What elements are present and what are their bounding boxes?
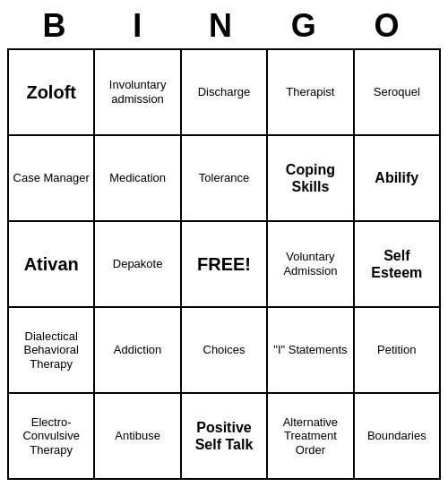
bingo-cell-16: Addiction xyxy=(95,308,181,394)
cell-text-17: Choices xyxy=(203,343,246,357)
bingo-cell-1: Involuntary admission xyxy=(95,50,181,136)
bingo-cell-15: Dialectical Behavioral Therapy xyxy=(9,308,95,394)
letter-n: N xyxy=(183,7,266,45)
cell-text-24: Boundaries xyxy=(367,429,426,443)
cell-text-15: Dialectical Behavioral Therapy xyxy=(12,329,90,372)
cell-text-14: Self Esteem xyxy=(358,247,436,281)
cell-text-8: Coping Skills xyxy=(271,161,349,195)
bingo-cell-21: Antibuse xyxy=(95,394,181,480)
cell-text-21: Antibuse xyxy=(115,429,160,443)
bingo-cell-20: Electro-Convulsive Therapy xyxy=(9,394,95,480)
cell-text-13: Voluntary Admission xyxy=(271,250,349,278)
cell-text-2: Discharge xyxy=(198,85,251,99)
bingo-cell-7: Tolerance xyxy=(182,136,268,222)
cell-text-4: Seroquel xyxy=(374,85,420,99)
bingo-cell-11: Depakote xyxy=(95,222,181,308)
cell-text-12: FREE! xyxy=(197,253,251,275)
bingo-cell-14: Self Esteem xyxy=(355,222,441,308)
bingo-header: B I N G O xyxy=(7,7,441,45)
bingo-cell-18: "I" Statements xyxy=(268,308,354,394)
cell-text-22: Positive Self Talk xyxy=(185,419,263,453)
cell-text-3: Therapist xyxy=(286,85,334,99)
cell-text-0: Zoloft xyxy=(26,81,76,103)
bingo-cell-22: Positive Self Talk xyxy=(182,394,268,480)
bingo-cell-0: Zoloft xyxy=(9,50,95,136)
bingo-grid: ZoloftInvoluntary admissionDischargeTher… xyxy=(7,48,441,480)
bingo-cell-3: Therapist xyxy=(268,50,354,136)
cell-text-1: Involuntary admission xyxy=(98,78,177,106)
cell-text-5: Case Manager xyxy=(13,171,90,185)
letter-i: I xyxy=(99,7,183,45)
letter-g: G xyxy=(265,7,349,45)
bingo-cell-12: FREE! xyxy=(182,222,268,308)
cell-text-20: Electro-Convulsive Therapy xyxy=(12,415,90,457)
bingo-cell-4: Seroquel xyxy=(355,50,441,136)
bingo-cell-10: Ativan xyxy=(9,222,95,308)
letter-o: O xyxy=(349,7,432,45)
bingo-cell-5: Case Manager xyxy=(9,136,95,222)
bingo-cell-8: Coping Skills xyxy=(268,136,354,222)
bingo-cell-6: Medication xyxy=(95,136,181,222)
bingo-cell-13: Voluntary Admission xyxy=(268,222,354,308)
bingo-cell-19: Petition xyxy=(355,308,441,394)
bingo-cell-2: Discharge xyxy=(182,50,268,136)
letter-b: B xyxy=(16,7,99,45)
bingo-cell-9: Abilify xyxy=(355,136,441,222)
cell-text-11: Depakote xyxy=(113,257,163,271)
cell-text-10: Ativan xyxy=(24,253,79,275)
bingo-cell-23: Alternative Treatment Order xyxy=(268,394,354,480)
cell-text-16: Addiction xyxy=(114,343,161,357)
bingo-cell-24: Boundaries xyxy=(355,394,441,480)
bingo-cell-17: Choices xyxy=(182,308,268,394)
cell-text-9: Abilify xyxy=(375,169,418,186)
cell-text-23: Alternative Treatment Order xyxy=(271,415,349,457)
cell-text-18: "I" Statements xyxy=(273,343,347,357)
cell-text-19: Petition xyxy=(377,343,416,357)
cell-text-7: Tolerance xyxy=(199,171,249,185)
cell-text-6: Medication xyxy=(109,171,166,185)
